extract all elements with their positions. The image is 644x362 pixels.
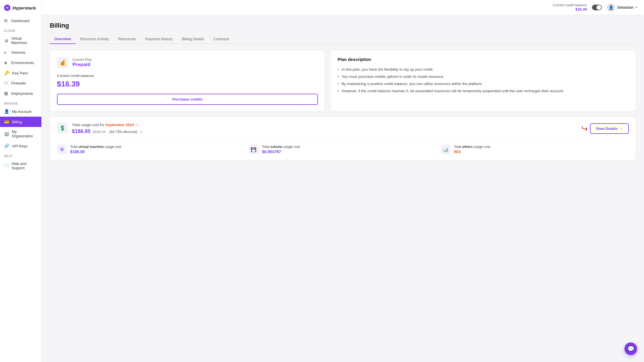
sidebar-item-key-pairs[interactable]: 🔑 Key Pairs <box>0 68 41 78</box>
usage-info: 💲 Total usage cost for September 2024 ⓘ … <box>57 123 143 134</box>
arrow-right-icon: → <box>619 126 623 131</box>
sidebar-item-label: API Keys <box>12 144 27 148</box>
plan-header: 💰 Current Plan Prepaid <box>57 57 318 68</box>
credit-label: Current credit balance <box>57 74 318 78</box>
usage-title-prefix: Total usage cost for <box>72 123 104 127</box>
user-area[interactable]: 👤 Sebastian ▾ <box>607 3 637 11</box>
sidebar-item-my-organization[interactable]: 🏢 My Organization <box>0 127 41 141</box>
plan-desc-item-2: You must purchase credits upfront in ord… <box>338 73 629 80</box>
usage-title: Total usage cost for September 2024 ⓘ <box>72 123 143 128</box>
plan-card: 💰 Current Plan Prepaid Current credit ba… <box>50 50 325 111</box>
usage-discount: (64.73% discount) <box>109 130 137 134</box>
usage-top: 💲 Total usage cost for September 2024 ⓘ … <box>57 123 629 134</box>
chevron-down-icon: ▾ <box>636 6 637 9</box>
sidebar-item-label: Virtual Machines <box>11 36 37 45</box>
breakdown-others-label: Total others usage cost <box>454 145 490 149</box>
purchase-credits-button[interactable]: Purchase credits <box>57 94 318 105</box>
sidebar-item-my-account[interactable]: 👤 My Account <box>0 106 41 117</box>
sidebar-item-billing[interactable]: 💳 Billing <box>0 117 41 127</box>
sidebar-item-label: Help and Support <box>12 161 37 170</box>
breakdown-others-icon: 📊 <box>441 145 451 154</box>
sidebar-item-label: My Organization <box>12 130 37 138</box>
tab-overview[interactable]: Overview <box>50 34 76 44</box>
api-keys-icon: 🔗 <box>4 143 9 149</box>
billing-icon: 💳 <box>4 119 9 124</box>
tab-billing-details[interactable]: Billing Details <box>177 34 209 44</box>
plan-info: Current Plan Prepaid <box>72 58 92 68</box>
sidebar-item-label: Volumes <box>11 50 26 55</box>
breakdown-vm: 🖥 Total virtual machine usage cost $186.… <box>57 145 245 154</box>
app-logo[interactable]: H Hyperstack <box>0 0 41 16</box>
usage-month: September 2024 <box>105 123 134 127</box>
sidebar-item-dashboard[interactable]: ⊞ Dashboard <box>0 16 41 26</box>
usage-amounts: $186.85 $529.78 (64.73% discount) ⓘ <box>72 128 143 134</box>
plan-desc-item-1: In this plan, you have the flexibility t… <box>338 66 629 73</box>
logo-icon: H <box>4 5 10 11</box>
header: Current credit balance $16.39 👤 Sebastia… <box>42 0 644 15</box>
header-credit-value: $16.39 <box>553 7 587 11</box>
sidebar-item-label: Key Pairs <box>12 71 28 75</box>
main-area: Current credit balance $16.39 👤 Sebastia… <box>42 0 644 362</box>
help-support-icon: 📄 <box>4 163 9 168</box>
tab-resource-activity[interactable]: Resource Activity <box>76 34 114 44</box>
my-account-icon: 👤 <box>4 109 9 114</box>
view-details-area: ↪ View Details → <box>581 123 629 134</box>
breakdown-volume-label: Total volume usage cost <box>262 145 300 149</box>
sidebar-item-virtual-machines[interactable]: 🖥 Virtual Machines <box>0 34 41 47</box>
usage-original: $529.78 <box>93 130 105 134</box>
avatar: 👤 <box>607 3 615 11</box>
view-details-button[interactable]: View Details → <box>590 123 629 134</box>
sidebar-item-volumes[interactable]: ≡ Volumes <box>0 47 41 57</box>
breakdown-volume: 💾 Total volume usage cost $0.854787 <box>245 145 437 154</box>
plan-desc-item-4: However, if the credit balance reaches 0… <box>338 87 629 95</box>
breakdown-others-value: N/A <box>454 149 490 154</box>
breakdown-others-info: Total others usage cost N/A <box>454 145 490 154</box>
usage-card: 💲 Total usage cost for September 2024 ⓘ … <box>50 117 636 160</box>
plan-description-card: Plan description In this plan, you have … <box>330 50 636 111</box>
view-details-label: View Details <box>596 126 618 131</box>
deployments-icon: ▦ <box>4 91 9 96</box>
breakdown-others: 📊 Total others usage cost N/A <box>437 145 629 154</box>
credit-value: $16.39 <box>57 80 318 88</box>
plan-name: Prepaid <box>72 62 92 68</box>
sidebar-item-label: Dashboard <box>11 19 30 23</box>
breakdown-vm-label: Total virtual machine usage cost <box>70 145 121 149</box>
discount-info-icon[interactable]: ⓘ <box>139 130 143 134</box>
header-credit: Current credit balance $16.39 <box>553 3 587 11</box>
sidebar-item-label: Environments <box>11 61 34 65</box>
content-area: Billing Overview Resource Activity Resou… <box>42 15 644 362</box>
dashboard-icon: ⊞ <box>4 18 9 23</box>
sidebar-item-deployments[interactable]: ▦ Deployments <box>0 88 41 99</box>
tab-resources[interactable]: Resources <box>114 34 141 44</box>
usage-icon: 💲 <box>57 123 68 134</box>
sidebar-item-label: Deployments <box>11 91 33 96</box>
info-icon[interactable]: ⓘ <box>135 123 139 127</box>
theme-toggle[interactable] <box>592 5 602 10</box>
volumes-icon: ≡ <box>4 50 9 55</box>
breakdown-volume-icon: 💾 <box>249 145 258 154</box>
my-organization-icon: 🏢 <box>4 131 9 136</box>
sidebar-item-firewalls[interactable]: 🛡 Firewalls <box>0 78 41 88</box>
usage-amount: $186.85 <box>72 128 91 134</box>
virtual-machines-icon: 🖥 <box>4 38 9 43</box>
sidebar-section-manage: MANAGE <box>0 99 41 106</box>
plan-label: Current Plan <box>72 58 92 62</box>
user-name: Sebastian <box>617 5 634 9</box>
sidebar-item-label: Firewalls <box>11 81 26 85</box>
plan-desc-title: Plan description <box>338 57 629 62</box>
app-name: Hyperstack <box>13 5 36 10</box>
arrow-decoration: ↪ <box>580 123 589 134</box>
tab-payment-history[interactable]: Payment History <box>141 34 177 44</box>
sidebar-item-api-keys[interactable]: 🔗 API Keys <box>0 141 41 151</box>
sidebar-item-help-support[interactable]: 📄 Help and Support <box>0 159 41 173</box>
environments-icon: ◈ <box>4 60 9 65</box>
breakdown-volume-value: $0.854787 <box>262 149 300 154</box>
theme-toggle-knob <box>597 5 601 10</box>
chat-fab[interactable]: 💬 <box>624 342 637 355</box>
header-credit-label: Current credit balance <box>553 3 587 7</box>
tab-contracts[interactable]: Contracts <box>209 34 234 44</box>
breakdown-vm-icon: 🖥 <box>57 145 67 154</box>
sidebar-item-label: My Account <box>12 109 31 114</box>
sidebar-item-environments[interactable]: ◈ Environments <box>0 57 41 68</box>
sidebar-section-cloud: CLOUD <box>0 26 41 34</box>
